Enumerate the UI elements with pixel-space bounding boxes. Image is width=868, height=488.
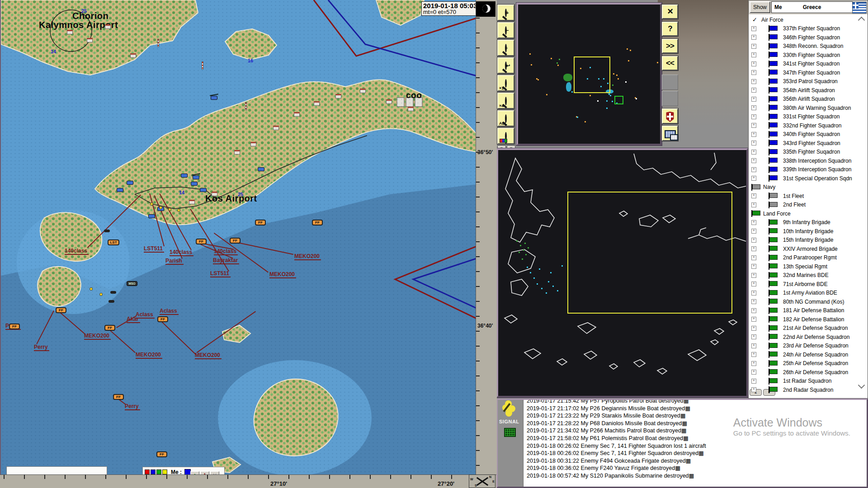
zoom-button[interactable]: ▫	[497, 40, 514, 56]
map-unit-icon[interactable]	[157, 39, 159, 47]
expand-plus-icon[interactable]: +	[751, 361, 756, 366]
map-unit-icon[interactable]	[386, 99, 392, 104]
region-overview-map[interactable]	[496, 148, 748, 398]
map-unit-icon[interactable]	[258, 167, 264, 171]
expand-plus-icon[interactable]: +	[751, 326, 756, 331]
minimap-view-rectangle[interactable]	[574, 56, 610, 93]
map-unit-icon[interactable]	[148, 214, 155, 218]
naval-unit-icon[interactable]: FF	[156, 451, 167, 457]
zoom-button[interactable]: ALL	[497, 110, 514, 127]
oob-tree-row[interactable]: + ✓ 353rd Patrol Squadron	[749, 77, 868, 86]
expand-plus-icon[interactable]: +	[751, 158, 756, 163]
oob-tree-row[interactable]: + ✓ 25th Air Defense Squadron	[749, 359, 868, 368]
expand-plus-icon[interactable]: +	[751, 246, 756, 251]
zoom-button[interactable]: −	[497, 22, 514, 38]
map-unit-icon[interactable]	[177, 209, 180, 212]
map-unit-icon[interactable]	[191, 182, 198, 186]
oob-tree-row[interactable]: + ✓ 26th Air Defense Squadron	[749, 368, 868, 377]
expand-plus-icon[interactable]: +	[751, 141, 756, 145]
oob-tree-row[interactable]: + ✓ 332nd Fighter Squadron	[749, 121, 868, 130]
expand-plus-icon[interactable]: +	[751, 352, 756, 357]
map-unit-icon[interactable]	[335, 94, 341, 99]
expand-plus-icon[interactable]: +	[751, 238, 756, 243]
region-view-rectangle[interactable]	[567, 192, 732, 314]
expand-plus-icon[interactable]: +	[751, 132, 756, 137]
naval-unit-icon[interactable]: FF	[230, 238, 241, 244]
window-button[interactable]: ✕	[662, 5, 678, 19]
map-unit-icon[interactable]	[294, 112, 300, 117]
map-unit-icon[interactable]	[87, 38, 93, 42]
expand-plus-icon[interactable]: +	[751, 387, 756, 392]
oob-tree-row[interactable]: + ✓ 338th Interception Squadron	[749, 156, 868, 165]
expand-plus-icon[interactable]: +	[751, 150, 756, 155]
map-unit-icon[interactable]	[127, 181, 133, 185]
expand-plus-icon[interactable]: +	[751, 193, 756, 198]
expand-plus-icon[interactable]: +	[751, 97, 756, 102]
oob-tree-row[interactable]: + ✓ 2nd Paratrooper Rgmt	[749, 253, 868, 263]
expand-plus-icon[interactable]: +	[751, 273, 756, 278]
expand-plus-icon[interactable]: +	[751, 229, 756, 234]
units-toggle-button[interactable]: ♟	[200, 471, 209, 474]
naval-unit-icon[interactable]: FF	[157, 316, 168, 322]
map-unit-icon[interactable]	[360, 89, 366, 93]
map-unit-icon[interactable]	[90, 287, 93, 291]
oob-tree-row[interactable]: + ✓ 340th Fighter Squadron	[749, 130, 868, 139]
zoom-button[interactable]	[497, 128, 514, 144]
map-unit-icon[interactable]	[250, 142, 256, 146]
expand-plus-icon[interactable]: +	[751, 44, 756, 49]
map-unit-icon[interactable]	[117, 188, 123, 192]
oob-tree-row[interactable]: + ✓ 2nd Fleet	[749, 201, 868, 210]
map-unit-icon[interactable]	[105, 24, 111, 29]
oob-tree-row[interactable]: + ✓ 330th Fighter Squadron	[749, 51, 868, 60]
oob-tree-row[interactable]: + ✓ 10th Infantry Brigade	[749, 227, 868, 236]
expand-plus-icon[interactable]: +	[751, 291, 756, 296]
oob-tree-row[interactable]: + ✓ 1st Radar Squadron	[749, 377, 868, 386]
oob-tree-row[interactable]: + ✓ 346th Fighter Squadron	[749, 33, 868, 42]
map-unit-icon[interactable]	[67, 30, 73, 34]
expand-plus-icon[interactable]: +	[751, 114, 756, 119]
oob-tree-row[interactable]: + ✓ 348th Reconn. Squadron	[749, 42, 868, 51]
expand-plus-icon[interactable]: +	[751, 202, 756, 207]
naval-unit-icon[interactable]: FF	[9, 324, 20, 329]
naval-unit-icon[interactable]: FF	[196, 239, 207, 244]
map-unit-icon[interactable]	[193, 175, 199, 179]
oob-tree-row[interactable]: + ✓ XXIV Armored Brigade	[749, 244, 868, 253]
oob-tree-row[interactable]: + ✓ 32nd Marines BDE	[749, 271, 868, 280]
map-unit-icon[interactable]	[181, 174, 188, 178]
oob-tree-row[interactable]: + ✓ 24th Air Defense Squadron	[749, 350, 868, 359]
defense-shield-button[interactable]	[662, 108, 678, 124]
event-log-list[interactable]: 2019-01-17 21:15:42 My P57 Pyropolitis P…	[525, 399, 867, 487]
oob-tree-row[interactable]: + ✓ Land Force	[749, 209, 868, 218]
oob-tree-row[interactable]: + ✓ 181 Air Defense Battalion	[749, 306, 868, 315]
side-selector[interactable]: Greece Me	[771, 1, 853, 13]
zoom-button[interactable]: ×4	[497, 93, 514, 109]
expand-plus-icon[interactable]: +	[751, 282, 756, 286]
expand-plus-icon[interactable]: +	[751, 370, 756, 375]
map-unit-icon[interactable]	[130, 53, 136, 58]
map-unit-icon[interactable]	[234, 150, 240, 155]
expand-plus-icon[interactable]: +	[751, 299, 756, 304]
oob-tree-row[interactable]: + ✓ 71st Airborne BDE	[749, 280, 868, 289]
blank-slot-button[interactable]	[662, 75, 678, 90]
radar-minimap[interactable]	[516, 3, 662, 145]
labels-toggle-button[interactable]: ✕	[210, 471, 219, 474]
expand-plus-icon[interactable]: +	[751, 317, 756, 322]
expand-plus-icon[interactable]: +	[751, 52, 756, 57]
naval-unit-icon[interactable]: MSO	[127, 281, 137, 286]
map-unit-icon[interactable]	[245, 102, 247, 110]
window-button[interactable]: <<	[662, 56, 678, 70]
expand-plus-icon[interactable]: +	[751, 105, 756, 110]
expand-plus-icon[interactable]: +	[751, 35, 756, 40]
map-unit-icon[interactable]	[110, 291, 116, 294]
naval-unit-icon[interactable]: FF	[255, 220, 266, 225]
signal-icon[interactable]	[502, 404, 509, 411]
naval-unit-icon[interactable]: FF	[56, 307, 66, 313]
map-unit-icon[interactable]	[159, 206, 162, 209]
oob-tree-row[interactable]: + ✓ 1st Fleet	[749, 192, 868, 201]
oob-tree-row[interactable]: + ✓ 2nd Radar Squadron	[749, 385, 868, 394]
oob-tree-row[interactable]: + ✓ 335th Fighter Suqadron	[749, 148, 868, 157]
oob-tree-row[interactable]: + ✓ 339th Interception Squadron	[749, 165, 868, 174]
map-unit-icon[interactable]	[189, 200, 195, 204]
expand-plus-icon[interactable]: +	[751, 343, 756, 348]
tactical-map[interactable]: ChorionKalymnos AirportcooKos Airport 25…	[0, 0, 476, 474]
